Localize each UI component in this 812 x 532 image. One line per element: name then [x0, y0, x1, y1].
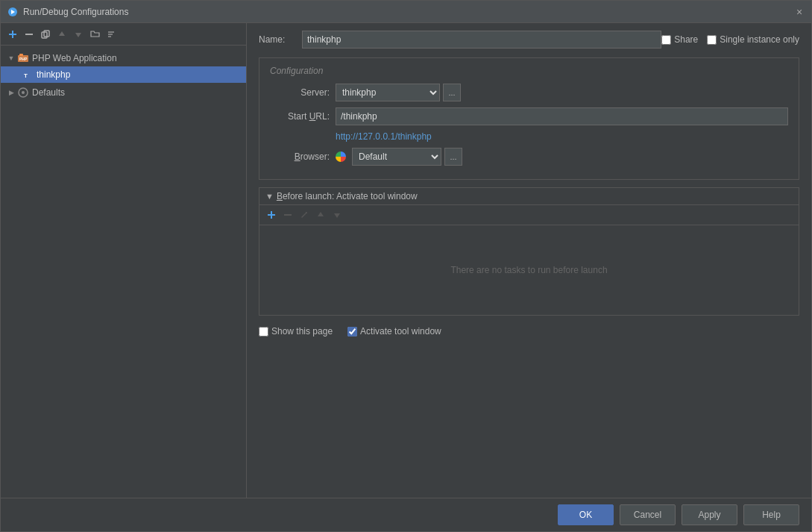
copy-config-button[interactable] [38, 27, 53, 42]
remove-config-button[interactable] [22, 27, 37, 42]
svg-text:PHP: PHP [19, 57, 28, 61]
php-web-app-item[interactable]: ▼ PHP PHP Web Application [1, 50, 246, 66]
configuration-title: Configuration [270, 66, 788, 76]
bottom-checkboxes: Show this page Activate tool window [259, 323, 799, 339]
show-page-label: Show this page [271, 326, 333, 337]
server-more-button[interactable]: ... [443, 84, 461, 101]
svg-rect-20 [268, 214, 275, 216]
browser-select[interactable]: Default [352, 148, 441, 166]
server-row: Server: thinkphp ... [270, 84, 788, 101]
help-button[interactable]: Help [743, 504, 799, 525]
add-config-button[interactable] [5, 27, 20, 42]
dialog-icon [7, 6, 19, 18]
name-input[interactable]: thinkphp [302, 31, 661, 48]
before-launch-body: There are no tasks to run before launch [259, 225, 799, 315]
thinkphp-item[interactable]: T thinkphp [1, 66, 246, 83]
php-web-app-icon: PHP [17, 52, 29, 64]
before-launch-move-up-button[interactable] [313, 207, 328, 222]
single-instance-checkbox[interactable] [707, 35, 717, 45]
server-select-wrapper: thinkphp ... [336, 84, 461, 101]
browser-google-icon [336, 151, 346, 162]
cancel-button[interactable]: Cancel [620, 504, 676, 525]
server-select[interactable]: thinkphp [336, 84, 440, 101]
show-page-checkbox-label[interactable]: Show this page [259, 326, 333, 337]
left-panel: ▼ PHP PHP Web Application [1, 23, 247, 498]
before-launch-header[interactable]: ▼ Before launchBefore launch: Activate t… [259, 188, 799, 205]
single-instance-label: Single instance only [720, 34, 799, 45]
start-url-label: Start URL: [270, 111, 330, 122]
svg-marker-7 [59, 31, 65, 36]
svg-rect-21 [284, 214, 292, 216]
url-preview-row: http://127.0.0.1/thinkphp [336, 131, 788, 142]
before-launch-title: Before launchBefore launch: Activate too… [277, 191, 418, 201]
defaults-icon [17, 87, 29, 98]
name-row: Name: thinkphp Share Single instance onl… [259, 31, 799, 48]
move-down-button[interactable] [71, 27, 86, 42]
show-page-checkbox[interactable] [259, 327, 268, 337]
expand-arrow: ▼ [7, 54, 16, 63]
close-button[interactable]: × [793, 6, 805, 18]
url-preview-link[interactable]: http://127.0.0.1/thinkphp [336, 131, 788, 142]
single-instance-checkbox-label[interactable]: Single instance only [707, 34, 799, 45]
thinkphp-icon: T [22, 69, 34, 81]
share-label: Share [674, 34, 698, 45]
php-web-app-group: ▼ PHP PHP Web Application [1, 48, 246, 84]
share-checkbox-label[interactable]: Share [661, 34, 698, 45]
svg-marker-8 [75, 33, 81, 37]
svg-point-18 [22, 91, 25, 94]
defaults-arrow: ▶ [7, 88, 16, 97]
dialog-title: Run/Debug Configurations [23, 7, 793, 17]
defaults-item[interactable]: ▶ Defaults [1, 84, 246, 101]
before-launch-remove-button[interactable] [280, 207, 295, 222]
svg-rect-13 [19, 54, 23, 56]
config-tree: ▼ PHP PHP Web Application [1, 46, 246, 498]
no-tasks-text: There are no tasks to run before launch [450, 265, 607, 275]
apply-button[interactable]: Apply [682, 504, 737, 525]
sort-button[interactable] [104, 27, 119, 42]
before-launch-toolbar [259, 205, 799, 225]
svg-rect-4 [25, 34, 33, 35]
before-launch-move-down-button[interactable] [330, 207, 344, 222]
browser-more-button[interactable]: ... [444, 148, 462, 166]
configuration-section: Configuration Server: thinkphp ... [259, 57, 799, 180]
thinkphp-label: thinkphp [37, 69, 70, 80]
name-label: Name: [259, 34, 296, 45]
defaults-label: Defaults [32, 87, 65, 98]
ok-button[interactable]: OK [558, 504, 614, 525]
before-launch-edit-button[interactable] [297, 207, 312, 222]
main-content: ▼ PHP PHP Web Application [1, 23, 811, 498]
bottom-bar: OK Cancel Apply Help [1, 498, 811, 531]
server-label: Server: [270, 87, 330, 98]
activate-tool-checkbox-label[interactable]: Activate tool window [347, 326, 441, 337]
right-panel: Name: thinkphp Share Single instance onl… [247, 23, 811, 498]
browser-label: Browser: [270, 151, 330, 162]
run-debug-dialog: Run/Debug Configurations × [0, 0, 812, 532]
activate-tool-label: Activate tool window [360, 326, 441, 337]
move-up-button[interactable] [54, 27, 69, 42]
checkboxes-row: Share Single instance only [661, 34, 799, 45]
left-toolbar [1, 23, 246, 46]
folder-button[interactable] [87, 27, 102, 42]
name-row-left: Name: thinkphp [259, 31, 661, 48]
before-launch-section: ▼ Before launchBefore launch: Activate t… [259, 187, 799, 316]
svg-text:T: T [24, 72, 28, 79]
before-launch-collapse-icon: ▼ [265, 192, 274, 201]
share-checkbox[interactable] [661, 35, 671, 45]
start-url-input[interactable] [336, 107, 788, 125]
activate-tool-checkbox[interactable] [347, 327, 357, 337]
browser-select-wrapper: Default ... [336, 148, 462, 166]
svg-rect-3 [9, 34, 16, 35]
start-url-row: Start URL: [270, 107, 788, 125]
svg-marker-23 [318, 212, 324, 216]
php-web-app-label: PHP Web Application [32, 53, 117, 63]
browser-row: Browser: Default ... [270, 148, 788, 166]
title-bar: Run/Debug Configurations × [1, 1, 811, 23]
before-launch-add-button[interactable] [264, 207, 279, 222]
svg-marker-24 [334, 213, 340, 218]
